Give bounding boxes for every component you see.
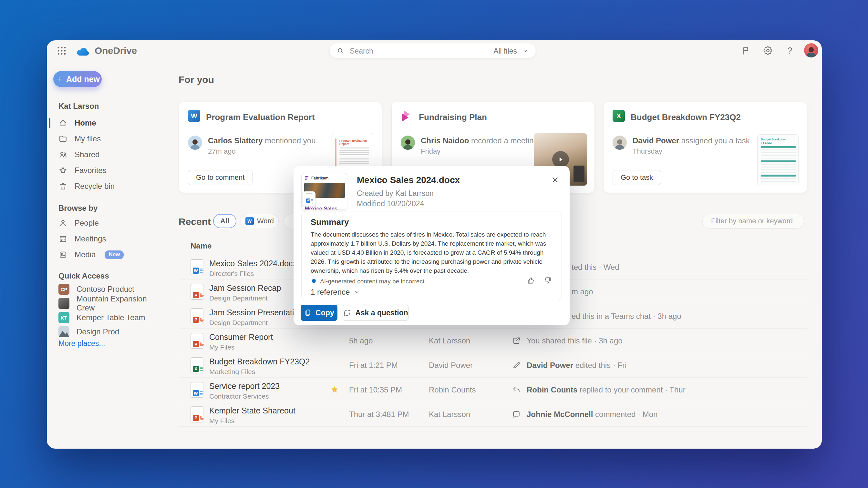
sidebar-item-my-files[interactable]: My files: [51, 131, 164, 147]
summary-text: The document discusses the sales of tire…: [311, 230, 554, 275]
summary-heading: Summary: [311, 217, 349, 227]
file-activity: You shared this file · 3h ago: [512, 336, 623, 345]
card-activity-time: 27m ago: [208, 147, 236, 156]
excel-icon: X: [613, 110, 625, 122]
sidebar-quick-access-label: Quick Access: [58, 271, 109, 281]
feedback-flag-icon[interactable]: [740, 44, 752, 57]
trash-icon: [58, 182, 67, 191]
fabrikam-logo-icon: [305, 175, 309, 181]
search-icon: [337, 47, 345, 55]
app-launcher-icon[interactable]: [56, 45, 67, 57]
card-title: Fundraising Plan: [419, 112, 487, 122]
sidebar-item-shared[interactable]: Shared: [51, 147, 164, 162]
file-name: Mexico Sales 2024.docx: [209, 259, 297, 268]
file-name: Jam Session Recap: [209, 283, 281, 293]
image-icon: [58, 250, 67, 259]
sidebar-item-recycle-bin[interactable]: Recycle bin: [51, 178, 164, 194]
ask-question-button[interactable]: Ask a question: [343, 305, 408, 321]
reply-icon: [512, 385, 521, 394]
sidebar-item-design-prod[interactable]: Design Prod: [51, 325, 164, 338]
card-title: Budget Breakdown FY23Q2: [631, 112, 741, 122]
go-to-task-button[interactable]: Go to task: [613, 170, 661, 185]
table-row-kempler-state-shareout[interactable]: P Kempler State ShareoutMy Files Thur at…: [179, 402, 807, 427]
sidebar-item-contoso-product[interactable]: CP Contoso Product: [51, 283, 164, 296]
help-icon[interactable]: ?: [783, 44, 796, 57]
kemper-team-tile: KT: [58, 312, 69, 323]
person-icon: [58, 219, 67, 228]
table-row-budget-breakdown[interactable]: X Budget Breakdown FY23Q2Marketing Files…: [179, 353, 807, 378]
close-icon[interactable]: [550, 174, 561, 185]
thumbnail-caption: Mexico Sales: [305, 206, 337, 210]
comment-icon: [512, 410, 521, 419]
plus-icon: [55, 75, 63, 83]
sidebar-user-section-label: Kat Larson: [58, 102, 99, 111]
go-to-comment-button[interactable]: Go to comment: [188, 170, 252, 185]
file-location: Design Department: [209, 319, 303, 327]
sidebar-item-favorites[interactable]: Favorites: [51, 163, 164, 178]
search-scope-dropdown[interactable]: All files: [493, 47, 517, 56]
mountain-crew-thumbnail: [58, 298, 69, 309]
file-location: My Files: [209, 344, 273, 351]
word-icon: W: [245, 217, 254, 225]
ai-disclaimer: AI-generated content may be incorrect: [311, 278, 424, 285]
thumbs-up-icon[interactable]: [525, 275, 536, 286]
file-activity: ed this in a Teams chat · 3h ago: [571, 312, 681, 321]
sidebar-item-kemper-table-team[interactable]: KT Kemper Table Team: [51, 311, 164, 324]
sidebar-item-media[interactable]: Media New: [51, 247, 164, 262]
file-name: Kempler State Shareout: [209, 406, 296, 415]
card-activity-line: David Power assigned you a task: [632, 136, 750, 145]
edit-pencil-icon: [512, 361, 521, 370]
shield-icon: [311, 278, 317, 285]
recent-heading: Recent: [179, 216, 211, 227]
favorite-star-icon[interactable]: [330, 385, 339, 394]
search-placeholder: Search: [350, 47, 373, 56]
name-column-header[interactable]: Name: [190, 241, 212, 251]
filter-keyword-input[interactable]: Filter by name or keyword: [702, 214, 804, 228]
filter-pill-all[interactable]: All: [213, 214, 237, 228]
add-new-button[interactable]: Add new: [53, 71, 102, 87]
filter-pill-word[interactable]: W Word: [241, 214, 279, 228]
active-indicator: [49, 118, 51, 128]
more-places-link[interactable]: More places...: [58, 339, 105, 348]
sidebar-item-people[interactable]: People: [51, 215, 164, 231]
copy-button[interactable]: Copy: [301, 305, 337, 321]
sidebar-item-home[interactable]: Home: [51, 115, 164, 131]
file-activity: David Power edited this · Fri: [512, 361, 626, 370]
powerpoint-file-icon: P: [190, 284, 204, 300]
file-activity: Johnie McConnell commented · Mon: [512, 410, 657, 419]
for-you-heading: For you: [179, 74, 214, 85]
word-file-icon: W: [190, 382, 204, 398]
share-icon: [512, 336, 521, 345]
onedrive-logo-icon: [75, 45, 90, 57]
word-file-icon: W: [190, 259, 204, 275]
references-toggle[interactable]: 1 reference: [311, 288, 360, 297]
table-row-consumer-report[interactable]: P Consumer ReportMy Files 5h ago Kat Lar…: [179, 329, 807, 353]
card-activity-line: Chris Naidoo recorded a meeting: [421, 136, 538, 145]
onedrive-window: OneDrive Search All files ? Add new Kat …: [47, 40, 822, 449]
star-icon: [58, 166, 67, 175]
account-avatar[interactable]: [804, 43, 818, 58]
table-row-service-report[interactable]: W Service report 2023Contractor Services…: [179, 378, 807, 402]
word-doc-badge: W: [303, 191, 315, 205]
avatar-silhouette: [806, 44, 816, 58]
card-title: Program Evaluation Report: [206, 112, 315, 122]
calendar-icon: [58, 234, 67, 243]
design-prod-thumbnail: [58, 326, 69, 337]
sidebar-item-meetings[interactable]: Meetings: [51, 231, 164, 247]
sidebar-item-mountain-expansion-crew[interactable]: Mountain Expansion Crew: [51, 297, 164, 310]
file-activity: Robin Counts replied to your comment · T…: [512, 385, 686, 394]
file-preview-thumbnail: Fabrikam W Mexico Sales: [301, 173, 347, 210]
file-name: Budget Breakdown FY23Q2: [209, 357, 310, 366]
modified-line: Modified 10/20/2024: [357, 199, 424, 208]
search-input[interactable]: Search All files: [330, 43, 536, 58]
settings-gear-icon[interactable]: [762, 44, 774, 57]
new-badge: New: [104, 251, 124, 259]
card-activity-time: Friday: [421, 147, 440, 156]
file-time: 5h ago: [349, 336, 373, 345]
thumbs-down-icon[interactable]: [543, 275, 553, 286]
for-you-card-budget-breakdown[interactable]: X Budget Breakdown FY23Q2 David Power as…: [603, 102, 807, 193]
spreadsheet-preview-thumbnail: Budget Breakdown FY23Q2: [757, 134, 799, 185]
excel-file-icon: X: [190, 357, 204, 373]
avatar: [613, 135, 627, 150]
stream-video-icon: [401, 110, 413, 122]
